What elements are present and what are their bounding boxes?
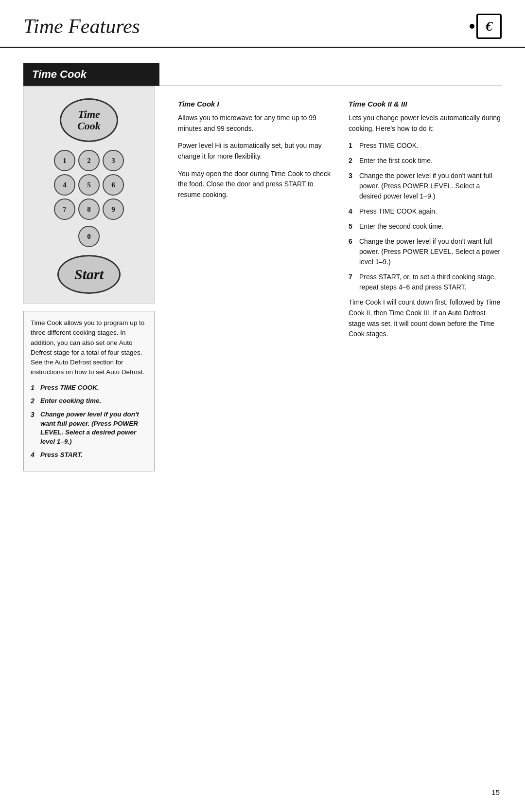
key-3[interactable]: 3 xyxy=(103,150,124,171)
page-number: 15 xyxy=(491,788,500,796)
key-5[interactable]: 5 xyxy=(78,174,100,196)
keypad-illustration: Time Cook 1 2 3 4 5 6 7 8 9 0 xyxy=(23,86,155,304)
info-step-2: 2 Enter cooking time. xyxy=(31,397,147,406)
info-step-4: 4 Press START. xyxy=(31,451,147,460)
step-num-1: 1 xyxy=(31,383,37,393)
step-num-3: 3 xyxy=(31,410,37,447)
time-cook-1-title: Time Cook I xyxy=(178,100,331,108)
step-text-1: Press TIME COOK. xyxy=(40,383,99,393)
key-0[interactable]: 0 xyxy=(78,226,100,247)
tc23-step-2: 2 Enter the first cook time. xyxy=(349,156,502,166)
info-box-steps: 1 Press TIME COOK. 2 Enter cooking time.… xyxy=(31,383,147,460)
tc23-num-5: 5 xyxy=(349,221,356,232)
tc23-num-1: 1 xyxy=(349,141,356,151)
tc23-text-1: Press TIME COOK. xyxy=(359,141,419,151)
zero-row: 0 xyxy=(78,226,100,247)
time-cook-label-line1: Time xyxy=(78,108,100,120)
tc23-text-2: Enter the first cook time. xyxy=(359,156,433,166)
key-1[interactable]: 1 xyxy=(54,150,75,171)
info-step-1: 1 Press TIME COOK. xyxy=(31,383,147,393)
time-cook-23-steps: 1 Press TIME COOK. 2 Enter the first coo… xyxy=(349,141,502,292)
tc23-num-7: 7 xyxy=(349,272,356,292)
tc23-text-3: Change the power level if you don't want… xyxy=(359,171,502,201)
tc23-step-3: 3 Change the power level if you don't wa… xyxy=(349,171,502,201)
key-7[interactable]: 7 xyxy=(54,198,75,220)
step-num-4: 4 xyxy=(31,451,37,460)
time-cook-1-column: Time Cook I Allows you to microwave for … xyxy=(178,100,331,346)
start-button-label: Start xyxy=(74,266,104,283)
time-cook-1-para3: You may open the door during Time Cook t… xyxy=(178,169,331,200)
section-title: Time Cook xyxy=(32,68,87,80)
right-section: Time Cook I Allows you to microwave for … xyxy=(164,86,502,471)
tc23-step-6: 6 Change the power level if you don't wa… xyxy=(349,236,502,267)
tc23-step-7: 7 Press START, or, to set a third cookin… xyxy=(349,272,502,292)
key-6[interactable]: 6 xyxy=(103,174,124,196)
time-cook-23-column: Time Cook II & III Lets you change power… xyxy=(349,100,502,346)
brand-logo-icon: € xyxy=(476,14,502,39)
tc23-text-6: Change the power level if you don't want… xyxy=(359,236,502,267)
key-8[interactable]: 8 xyxy=(78,198,100,220)
time-cook-1-para2: Power level Hi is automatically set, but… xyxy=(178,141,331,162)
start-button[interactable]: Start xyxy=(57,255,121,294)
step-text-4: Press START. xyxy=(40,451,83,460)
two-col-right: Time Cook I Allows you to microwave for … xyxy=(178,100,502,346)
number-grid: 1 2 3 4 5 6 7 8 9 xyxy=(54,150,124,220)
tc23-step-1: 1 Press TIME COOK. xyxy=(349,141,502,151)
tc23-num-6: 6 xyxy=(349,236,356,267)
time-cook-1-para1: Allows you to microwave for any time up … xyxy=(178,113,331,134)
logo-area: € xyxy=(470,14,502,39)
tc23-num-2: 2 xyxy=(349,156,356,166)
tc23-text-7: Press START, or, to set a third cooking … xyxy=(359,272,502,292)
left-column: Time Cook 1 2 3 4 5 6 7 8 9 0 xyxy=(23,86,164,471)
tc23-num-4: 4 xyxy=(349,206,356,217)
page-title: Time Features xyxy=(23,15,140,38)
main-content: Time Cook Time Cook 1 2 3 4 5 6 7 xyxy=(0,48,525,471)
time-cook-button[interactable]: Time Cook xyxy=(60,98,118,142)
time-cook-label-line2: Cook xyxy=(77,120,101,132)
content-layout: Time Cook 1 2 3 4 5 6 7 8 9 0 xyxy=(23,86,502,471)
section-header: Time Cook xyxy=(23,63,159,86)
step-text-3: Change power level if you don't want ful… xyxy=(40,410,147,447)
tc23-text-4: Press TIME COOK again. xyxy=(359,206,437,217)
time-cook-23-intro: Lets you change power levels automatical… xyxy=(349,113,502,134)
key-4[interactable]: 4 xyxy=(54,174,75,196)
tc23-step-5: 5 Enter the second cook time. xyxy=(349,221,502,232)
info-box: Time Cook allows you to program up to th… xyxy=(23,311,155,471)
step-num-2: 2 xyxy=(31,397,37,406)
logo-dot-icon xyxy=(470,24,474,29)
key-2[interactable]: 2 xyxy=(78,150,100,171)
tc23-num-3: 3 xyxy=(349,171,356,201)
step-text-2: Enter cooking time. xyxy=(40,397,101,406)
info-step-3: 3 Change power level if you don't want f… xyxy=(31,410,147,447)
info-box-description: Time Cook allows you to program up to th… xyxy=(31,318,147,378)
time-cook-23-closing: Time Cook I will count down first, follo… xyxy=(349,297,502,340)
page-header: Time Features € xyxy=(0,0,525,48)
tc23-step-4: 4 Press TIME COOK again. xyxy=(349,206,502,217)
key-9[interactable]: 9 xyxy=(103,198,124,220)
time-cook-23-title: Time Cook II & III xyxy=(349,100,502,108)
tc23-text-5: Enter the second cook time. xyxy=(359,221,444,232)
